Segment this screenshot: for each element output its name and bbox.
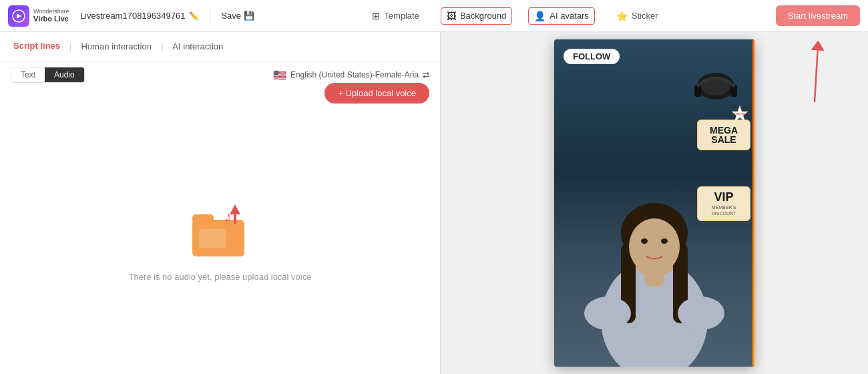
ai-interaction-tab[interactable]: AI interaction	[170, 41, 226, 51]
upload-local-voice-button[interactable]: + Upload local voice	[324, 83, 429, 104]
app-logo-icon	[8, 5, 29, 27]
svg-rect-6	[234, 214, 236, 224]
topbar-center: ⊞ Template 🖼 Background 👤 AI avatars ⭐ S…	[260, 7, 771, 25]
starburst-badge: LIMITED	[730, 105, 749, 124]
save-button[interactable]: Save 💾	[221, 11, 254, 21]
save-icon: 💾	[244, 11, 254, 21]
starburst-svg: LIMITED	[730, 105, 749, 124]
project-name: Livestream1708196349761 ✏️	[80, 11, 200, 21]
template-icon: ⊞	[372, 11, 380, 21]
avatar-svg	[554, 113, 754, 367]
audio-tab[interactable]: Audio	[45, 67, 84, 82]
tab-separator-1: |	[69, 41, 71, 51]
logo-text: Wondershare Virbo Live	[33, 9, 69, 23]
sticker-nav-item[interactable]: ⭐ Sticker	[611, 8, 664, 24]
human-interaction-tab[interactable]: Human interaction	[78, 41, 154, 51]
headphone-svg	[689, 66, 742, 110]
language-swap-icon: ⇄	[423, 70, 429, 79]
video-preview: FOLLOW LIMITED MEGA	[554, 39, 754, 367]
arrow-annotation-area	[775, 39, 828, 108]
text-tab[interactable]: Text	[11, 67, 45, 82]
brand-bottom: Virbo Live	[33, 15, 69, 23]
background-nav-item[interactable]: 🖼 Background	[441, 7, 512, 25]
audio-placeholder: ♪ There is no audio yet, please upload l…	[129, 201, 312, 282]
upload-toolbar-row: + Upload local voice	[0, 83, 440, 109]
start-livestream-button[interactable]: Start livestream	[776, 5, 860, 26]
logo-area: Wondershare Virbo Live	[8, 5, 69, 27]
topbar: Wondershare Virbo Live Livestream1708196…	[0, 0, 868, 32]
audio-folder-icon: ♪	[187, 201, 254, 261]
arrow-annotation-svg	[775, 39, 828, 106]
script-tabs: Script lines | Human interaction | AI in…	[0, 32, 440, 61]
text-audio-tabs: Text Audio	[11, 67, 85, 83]
svg-line-26	[815, 45, 818, 102]
ai-avatars-nav-item[interactable]: 👤 AI avatars	[528, 7, 595, 25]
language-selector[interactable]: 🇺🇸 English (United States)-Female-Aria ⇄	[273, 69, 429, 81]
sticker-icon: ⭐	[616, 11, 628, 21]
svg-rect-3	[199, 229, 226, 248]
svg-text:LIMITED: LIMITED	[734, 112, 745, 116]
svg-point-21	[661, 238, 668, 244]
background-icon: 🖼	[447, 11, 456, 21]
follow-badge: FOLLOW	[564, 49, 620, 64]
ai-avatar-icon: 👤	[534, 11, 546, 21]
brand-top: Wondershare	[33, 9, 69, 15]
svg-point-19	[629, 218, 680, 274]
template-nav-item[interactable]: ⊞ Template	[367, 8, 425, 24]
flag-icon: 🇺🇸	[273, 69, 286, 81]
svg-point-23	[678, 297, 724, 330]
svg-rect-2	[192, 214, 214, 224]
svg-point-20	[641, 238, 648, 244]
tab-separator-2: |	[161, 41, 163, 51]
content-area: ♪ There is no audio yet, please upload l…	[0, 109, 440, 374]
no-audio-text: There is no audio yet, please upload loc…	[129, 272, 312, 282]
left-panel: Script lines | Human interaction | AI in…	[0, 32, 441, 374]
topbar-right: Start livestream	[776, 5, 860, 26]
divider	[210, 9, 210, 23]
svg-point-24	[611, 337, 698, 363]
svg-point-22	[584, 297, 631, 330]
right-panel: FOLLOW LIMITED MEGA	[441, 32, 868, 374]
main-area: Script lines | Human interaction | AI in…	[0, 32, 868, 374]
edit-icon[interactable]: ✏️	[189, 11, 199, 21]
script-lines-tab[interactable]: Script lines	[11, 41, 63, 52]
avatar-person-area	[554, 113, 754, 367]
